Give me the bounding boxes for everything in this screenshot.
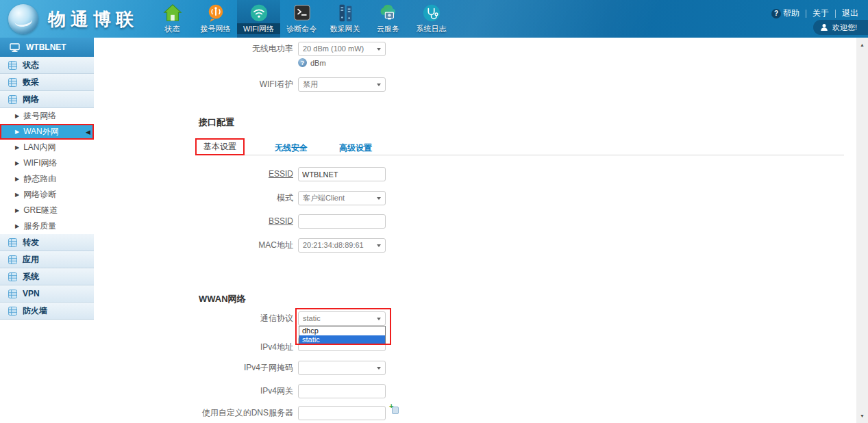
welcome-text: 欢迎您! <box>832 23 857 33</box>
mode-select[interactable]: 客户端Client <box>298 191 386 205</box>
grid-icon <box>8 307 17 316</box>
topnav-data-gateway[interactable]: 数采网关 <box>323 0 367 38</box>
sidebar-item-label: 应用 <box>23 254 39 266</box>
welcome-badge: 欢迎您! <box>813 20 868 35</box>
help-link[interactable]: ?帮助 <box>771 8 799 19</box>
sidebar-item-system[interactable]: 系统 <box>0 268 94 285</box>
wifi-guard-select[interactable]: 禁用 <box>298 77 386 92</box>
sidebar-item-forwarding[interactable]: 转发 <box>0 234 94 251</box>
sidebar-item-data-acquisition[interactable]: 数采 <box>0 74 94 91</box>
add-entry-icon[interactable]: + <box>389 405 399 414</box>
sidebar-item-label: 服务质量 <box>23 220 56 232</box>
grid-icon <box>8 290 17 298</box>
sidebar-item-firewall[interactable]: 防火墙 <box>0 303 94 320</box>
tab-advanced-settings[interactable]: 高级设置 <box>338 141 373 155</box>
sidebar-item-static-route[interactable]: ▶ 静态路由 <box>0 171 94 187</box>
essid-label: ESSID <box>136 167 293 181</box>
about-link[interactable]: 关于 <box>813 8 829 19</box>
triangle-right-icon: ▶ <box>15 208 19 214</box>
wifi-guard-row: WIFI看护 禁用 <box>94 77 182 92</box>
tab-basic-settings[interactable]: 基本设置 <box>195 138 245 155</box>
grid-icon <box>8 255 17 264</box>
triangle-right-icon: ▶ <box>15 161 19 166</box>
bssid-input[interactable] <box>298 214 386 229</box>
bssid-label: BSSID <box>136 214 293 229</box>
sidebar-item-label: 数采 <box>23 77 39 88</box>
gateway-input[interactable] <box>298 384 386 398</box>
radio-power-select[interactable]: 20 dBm (100 mW) <box>298 42 386 56</box>
chevron-down-icon <box>377 244 381 247</box>
radio-power-row: 无线电功率 20 dBm (100 mW) <box>94 42 182 56</box>
sidebar-item-qos[interactable]: ▶ 服务质量 <box>0 218 94 234</box>
top-bar: 物通博联 状态 <box>0 0 868 38</box>
chevron-down-icon <box>377 84 381 86</box>
scroll-up-arrow-icon[interactable]: ▲ <box>856 39 868 51</box>
sidebar-item-label: 拨号网络 <box>23 110 56 122</box>
topnav-dial-network[interactable]: 拨号网络 <box>194 0 237 38</box>
topnav-wifi-network[interactable]: WIFI网络 <box>237 0 280 38</box>
dial-network-icon <box>205 3 227 23</box>
sidebar-item-status[interactable]: 状态 <box>0 57 94 74</box>
topnav-system-log[interactable]: 系统日志 <box>410 0 453 38</box>
main-content: 无线电功率 20 dBm (100 mW) ? dBm WIFI看护 禁用 接口… <box>94 38 856 423</box>
topnav-diagnostic-command[interactable]: 诊断命令 <box>280 0 323 38</box>
netmask-select[interactable] <box>298 361 386 375</box>
sidebar-item-label: 转发 <box>23 237 39 248</box>
interface-tabs: 基本设置 无线安全 高级设置 <box>195 138 373 155</box>
sidebar-item-application[interactable]: 应用 <box>0 251 94 268</box>
mac-select[interactable]: 20:21:34:d8:89:61 <box>298 238 386 253</box>
sidebar-item-wifi-network[interactable]: ▶ WIFI网络 <box>0 155 94 171</box>
sidebar-item-label: 网络诊断 <box>23 189 56 201</box>
sidebar-item-label: 网络 <box>23 94 39 105</box>
topnav-label: 系统日志 <box>410 23 453 34</box>
essid-input[interactable] <box>298 167 386 181</box>
scroll-down-arrow-icon[interactable]: ▼ <box>856 410 868 422</box>
grid-icon <box>8 61 17 70</box>
dns-input[interactable] <box>298 406 386 420</box>
brand-name: 物通博联 <box>48 8 138 31</box>
monitor-icon <box>10 43 20 52</box>
chevron-down-icon <box>377 197 381 200</box>
wifi-icon <box>248 3 270 23</box>
sidebar-item-label: LAN内网 <box>23 142 55 153</box>
radio-power-hint: ? dBm <box>298 58 326 67</box>
tab-wireless-security[interactable]: 无线安全 <box>273 141 309 155</box>
topnav-cloud-service[interactable]: 云服务 <box>367 0 410 38</box>
sidebar-item-dial-network[interactable]: ▶ 拨号网络 <box>0 108 94 124</box>
interface-config-title: 接口配置 <box>199 116 234 129</box>
triangle-right-icon: ▶ <box>15 224 19 229</box>
topnav-status[interactable]: 状态 <box>151 0 194 38</box>
grid-icon <box>8 238 17 247</box>
protocol-option-dhcp[interactable]: dhcp <box>299 326 385 335</box>
triangle-right-icon: ▶ <box>15 129 19 135</box>
sidebar-item-label: WAN外网 <box>23 126 59 138</box>
protocol-option-static[interactable]: static <box>299 335 385 344</box>
help-icon: ? <box>298 58 307 67</box>
cloud-icon <box>377 3 399 23</box>
protocol-label: 通信协议 <box>136 311 293 326</box>
protocol-select[interactable]: static <box>298 311 386 326</box>
mac-row: MAC地址 20:21:34:d8:89:61 <box>94 238 182 253</box>
chevron-down-icon <box>377 48 381 51</box>
logout-link[interactable]: 退出 <box>842 8 858 19</box>
header-links: ?帮助 关于 退出 <box>771 8 858 19</box>
sidebar-item-label: VPN <box>23 289 40 298</box>
sidebar-item-wan[interactable]: ▶ WAN外网 ◀ <box>0 124 94 140</box>
sidebar-item-network-diagnosis[interactable]: ▶ 网络诊断 <box>0 187 94 203</box>
topnav-label: 状态 <box>151 23 194 34</box>
sidebar-item-gre-tunnel[interactable]: ▶ GRE隧道 <box>0 203 94 218</box>
sidebar-item-network[interactable]: 网络 <box>0 91 94 108</box>
dns-label: 使用自定义的DNS服务器 <box>136 406 293 420</box>
triangle-right-icon: ▶ <box>15 145 19 151</box>
help-icon: ? <box>771 9 781 18</box>
topnav-label: WIFI网络 <box>237 23 280 34</box>
triangle-left-icon: ◀ <box>86 129 90 136</box>
sidebar: WTBLNET 状态 数采 网络 ▶ 拨号网络 ▶ WAN外网 ◀ ▶ LAN内… <box>0 38 94 320</box>
sidebar-item-label: GRE隧道 <box>23 205 58 216</box>
divider <box>806 10 806 18</box>
vertical-scrollbar[interactable]: ▲ ▼ <box>856 38 868 423</box>
protocol-row: 通信协议 static <box>94 311 182 326</box>
sidebar-item-vpn[interactable]: VPN <box>0 285 94 303</box>
sidebar-item-lan[interactable]: ▶ LAN内网 <box>0 140 94 155</box>
brand-sphere-icon <box>8 4 38 34</box>
